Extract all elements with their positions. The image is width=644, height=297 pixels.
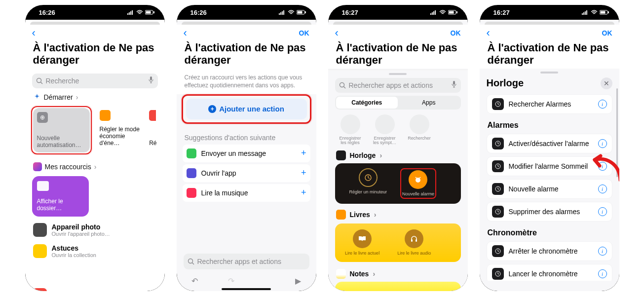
undo-icon[interactable]: ↶	[191, 276, 198, 286]
sugg-open-app[interactable]: Ouvrir l'app +	[183, 164, 310, 182]
status-bar: 16:26	[177, 5, 316, 20]
search-placeholder: Rechercher apps et actions	[349, 81, 433, 89]
battery-icon	[100, 110, 111, 121]
plus-icon[interactable]: +	[301, 187, 306, 198]
svg-line-18	[192, 263, 194, 265]
sheet-handle[interactable]	[389, 73, 407, 75]
svg-rect-0	[127, 13, 128, 15]
app-row-tips[interactable]: Astuces Ouvrir la collection	[25, 240, 165, 261]
clock-icon	[492, 245, 504, 257]
search-input[interactable]: Recherche	[32, 74, 158, 88]
app-row-voice[interactable]: Dictaphone	[25, 284, 165, 291]
status-time: 16:26	[39, 9, 55, 16]
close-button[interactable]: ✕	[601, 77, 612, 89]
svg-rect-35	[585, 11, 586, 15]
clock-icon	[492, 183, 504, 195]
svg-point-26	[340, 82, 344, 87]
search-icon	[188, 258, 194, 265]
action-stop-stopwatch[interactable]: Arrêter le chronomètre i	[487, 241, 612, 261]
plus-icon[interactable]: +	[301, 168, 306, 178]
start-label: Démarrer	[44, 93, 73, 101]
clock-app-icon	[336, 150, 346, 160]
mic-icon[interactable]	[451, 80, 457, 90]
action-audiobook[interactable]: Lire le livre audio	[391, 229, 438, 256]
action-new-alarm[interactable]: Nouvelle alarme i	[487, 179, 612, 199]
chip-item[interactable]: Rechercher	[405, 114, 434, 146]
sugg-play-music[interactable]: Lire la musique +	[183, 184, 310, 202]
app-row-empty[interactable]	[25, 261, 165, 284]
seg-apps[interactable]: Apps	[398, 97, 460, 109]
phone-4: 16:27 ‹ OK À l'activation de Ne pas déra…	[480, 5, 619, 291]
svg-point-17	[188, 259, 192, 263]
section-notes[interactable]: Notes ›	[328, 265, 468, 280]
search-input[interactable]: Rechercher apps et actions	[184, 254, 309, 269]
chevron-right-icon: ›	[379, 151, 382, 159]
info-icon[interactable]: i	[598, 185, 607, 193]
svg-rect-32	[416, 239, 417, 242]
info-icon[interactable]: i	[598, 139, 607, 148]
back-button[interactable]: ‹	[32, 27, 36, 39]
page-title: À l'activation de Ne pas déranger	[25, 41, 165, 71]
scrollbar[interactable]	[616, 88, 618, 177]
ok-button[interactable]: OK	[451, 29, 461, 37]
info-icon[interactable]: i	[598, 269, 607, 278]
back-button[interactable]: ‹	[335, 27, 339, 39]
action-read-book[interactable]: Lire le livre actuel	[339, 229, 386, 256]
back-button[interactable]: ‹	[487, 27, 490, 39]
svg-rect-15	[297, 11, 302, 14]
phone-3: 16:27 ‹ OK À l'activation de Ne pas déra…	[328, 5, 468, 291]
mic-icon[interactable]	[148, 76, 154, 85]
spark-icon	[33, 93, 41, 101]
sugg-label: Lire la musique	[201, 189, 248, 197]
nav-bar: ‹	[25, 25, 165, 41]
sugg-send-message[interactable]: Envoyer un message +	[183, 145, 310, 162]
svg-rect-19	[430, 13, 431, 15]
search-input[interactable]: Rechercher apps et actions	[335, 78, 461, 93]
info-icon[interactable]: i	[598, 247, 607, 256]
nav-bar: ‹ OK	[328, 25, 468, 41]
nav-bar: ‹ OK	[480, 25, 619, 41]
section-shortcuts[interactable]: Mes raccourcis ›	[25, 160, 165, 173]
section-alarms: Alarmes	[480, 117, 619, 131]
action-edit-sleep-alarm[interactable]: Modifier l'alarme Sommeil i	[487, 156, 612, 176]
folder-icon	[37, 181, 49, 191]
app-row-camera[interactable]: Appareil photo Ouvrir l'appareil photo…	[25, 220, 165, 240]
info-icon[interactable]: i	[598, 162, 607, 171]
info-icon[interactable]: i	[598, 207, 607, 216]
add-action-button[interactable]: + Ajouter une action	[186, 99, 307, 119]
message-icon	[187, 148, 196, 158]
section-start[interactable]: Démarrer ›	[25, 91, 165, 103]
seg-categories[interactable]: Catégories	[336, 97, 398, 109]
redo-icon[interactable]: ↷	[228, 276, 234, 286]
ok-button[interactable]: OK	[299, 29, 309, 37]
action-start-stopwatch[interactable]: Lancer le chronomètre i	[487, 264, 612, 281]
svg-rect-31	[411, 239, 413, 242]
segmented-control[interactable]: Catégories Apps	[335, 96, 461, 110]
action-new-alarm[interactable]: Nouvelle alarme	[402, 170, 434, 197]
chip-item[interactable]: Enregistrer les sympt…	[371, 114, 399, 146]
chip-item[interactable]: Enregistrer les règles	[336, 114, 365, 146]
svg-rect-1	[129, 12, 130, 15]
play-icon[interactable]: ▶	[295, 276, 301, 286]
tile-new-automation[interactable]: ⊕ Nouvelle automatisation…	[33, 108, 90, 152]
info-icon[interactable]: i	[598, 100, 607, 109]
clock-icon	[492, 160, 504, 172]
tile-show-folder[interactable]: Afficher le dossier…	[32, 176, 89, 217]
action-toggle-alarm[interactable]: Activer/désactiver l'alarme i	[487, 134, 612, 153]
chevron-right-icon: ›	[76, 93, 78, 101]
action-search-alarms[interactable]: Rechercher Alarmes i	[487, 94, 612, 114]
ok-button[interactable]: OK	[602, 29, 612, 37]
tile-cut[interactable]: Ré	[148, 106, 157, 150]
section-horloge[interactable]: Horloge ›	[328, 147, 468, 161]
page-title: À l'activation de Ne pas déranger	[480, 41, 619, 69]
plus-icon[interactable]: +	[301, 148, 306, 158]
tile-icon-cut	[149, 110, 156, 121]
tile-low-power[interactable]: Régler le mode économie d'éne…	[96, 106, 145, 150]
add-icon: ⊕	[37, 112, 48, 123]
back-button[interactable]: ‹	[184, 27, 187, 39]
action-delete-alarms[interactable]: Supprimer des alarmes i	[487, 202, 612, 222]
notes-app-icon	[336, 269, 346, 279]
action-timer[interactable]: Régler un minuteur	[339, 168, 397, 199]
svg-line-8	[40, 82, 42, 84]
section-livres[interactable]: Livres ›	[328, 206, 468, 221]
